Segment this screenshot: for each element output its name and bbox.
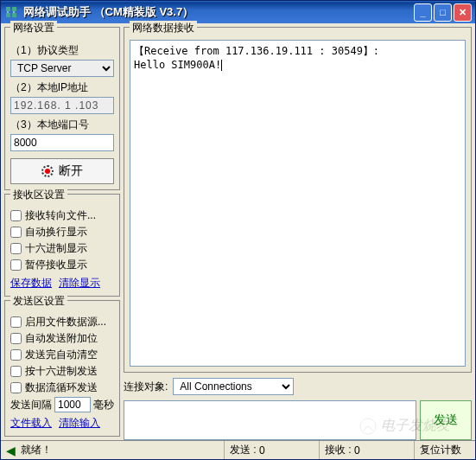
- rx-textarea[interactable]: 【Receive from 117.136.19.111 : 30549】: H…: [130, 40, 466, 367]
- status-bar: ◀ 就绪！ 发送 : 0 接收 : 0 复位计数: [1, 440, 475, 459]
- minimize-button[interactable]: _: [414, 3, 432, 22]
- tx-interval-label-post: 毫秒: [93, 398, 114, 412]
- tx-hex-send[interactable]: 按十六进制发送: [10, 364, 114, 379]
- status-reset-cell[interactable]: 复位计数: [415, 441, 475, 459]
- tx-auto-extra[interactable]: 自动发送附加位: [10, 331, 114, 346]
- local-ip-label: （2）本地IP地址: [10, 80, 114, 95]
- tx-input[interactable]: [124, 400, 416, 440]
- disconnect-label: 断开: [59, 163, 83, 179]
- rx-hex-display[interactable]: 十六进制显示: [10, 241, 114, 256]
- status-rx-cell: 接收 : 0: [320, 441, 415, 459]
- window-buttons: _ □ ✕: [414, 3, 472, 22]
- send-button[interactable]: 发送: [420, 400, 472, 440]
- local-port-label: （3）本地端口号: [10, 118, 114, 132]
- left-panel: 网络设置 （1）协议类型 TCP Server （2）本地IP地址 （3）本地端…: [4, 27, 120, 440]
- tx-interval-input[interactable]: [54, 397, 91, 412]
- tx-loop-send[interactable]: 数据流循环发送: [10, 380, 114, 395]
- local-port-input[interactable]: [10, 134, 114, 151]
- maximize-button[interactable]: □: [434, 3, 452, 22]
- connection-target-row: 连接对象: All Connections: [124, 376, 472, 397]
- network-settings-group: 网络设置 （1）协议类型 TCP Server （2）本地IP地址 （3）本地端…: [4, 27, 120, 190]
- window-title: 网络调试助手 （CM精装版 V3.7）: [23, 4, 414, 20]
- rx-text-content: 【Receive from 117.136.19.111 : 30549】: H…: [134, 45, 379, 71]
- svg-rect-0: [6, 7, 10, 11]
- rx-settings-group: 接收区设置 接收转向文件... 自动换行显示 十六进制显示 暂停接收显示 保存数…: [4, 194, 120, 297]
- close-button[interactable]: ✕: [454, 3, 472, 22]
- rx-auto-wrap[interactable]: 自动换行显示: [10, 225, 114, 240]
- client-area: 网络设置 （1）协议类型 TCP Server （2）本地IP地址 （3）本地端…: [1, 23, 475, 459]
- tx-settings-group: 发送区设置 启用文件数据源... 自动发送附加位 发送完自动清空 按十六进制发送…: [4, 300, 120, 437]
- status-ready-text: 就绪！: [21, 443, 52, 457]
- tx-settings-legend: 发送区设置: [10, 294, 67, 309]
- status-rx-count: 0: [354, 444, 360, 457]
- tx-auto-clear[interactable]: 发送完自动清空: [10, 348, 114, 362]
- disconnect-button[interactable]: 断开: [10, 158, 114, 184]
- status-reset-text: 复位计数: [420, 443, 461, 457]
- tx-clear-input-link[interactable]: 清除输入: [59, 416, 100, 431]
- status-tx-label: 发送 :: [230, 443, 257, 457]
- rx-clear-display-link[interactable]: 清除显示: [59, 276, 100, 291]
- tx-file-source[interactable]: 启用文件数据源...: [10, 315, 114, 329]
- tx-interval-label-pre: 发送间隔: [10, 398, 52, 412]
- status-tx-count: 0: [259, 444, 265, 457]
- protocol-type-select[interactable]: TCP Server: [10, 60, 114, 77]
- status-rx-label: 接收 :: [325, 443, 352, 457]
- app-icon: [4, 5, 18, 19]
- rx-save-data-link[interactable]: 保存数据: [10, 276, 52, 291]
- local-ip-input[interactable]: [10, 97, 114, 114]
- tx-interval-row: 发送间隔 毫秒: [10, 397, 114, 412]
- right-panel: 网络数据接收 【Receive from 117.136.19.111 : 30…: [124, 27, 472, 440]
- tx-file-load-link[interactable]: 文件载入: [10, 416, 52, 431]
- connection-target-label: 连接对象:: [124, 380, 168, 394]
- rx-data-group: 网络数据接收 【Receive from 117.136.19.111 : 30…: [124, 27, 472, 373]
- rx-settings-legend: 接收区设置: [10, 188, 67, 202]
- title-bar[interactable]: 网络调试助手 （CM精装版 V3.7） _ □ ✕: [1, 1, 475, 23]
- protocol-type-label: （1）协议类型: [10, 43, 114, 58]
- app-window: 网络调试助手 （CM精装版 V3.7） _ □ ✕ 网络设置 （1）协议类型 T…: [0, 0, 476, 460]
- status-tx-cell: 发送 : 0: [225, 441, 320, 459]
- svg-rect-1: [12, 7, 16, 11]
- svg-rect-2: [6, 13, 10, 17]
- rx-data-legend: 网络数据接收: [130, 21, 197, 35]
- rx-pause[interactable]: 暂停接收显示: [10, 258, 114, 272]
- status-prev-icon[interactable]: ◀: [6, 444, 16, 457]
- tx-row: 发送: [124, 400, 472, 440]
- connection-target-select[interactable]: All Connections: [173, 378, 294, 395]
- status-ready-cell: ◀ 就绪！: [1, 441, 225, 459]
- disconnect-icon: [41, 165, 54, 177]
- text-caret: [221, 60, 222, 71]
- rx-redirect-file[interactable]: 接收转向文件...: [10, 208, 114, 223]
- network-settings-legend: 网络设置: [10, 21, 57, 35]
- svg-rect-3: [12, 13, 16, 17]
